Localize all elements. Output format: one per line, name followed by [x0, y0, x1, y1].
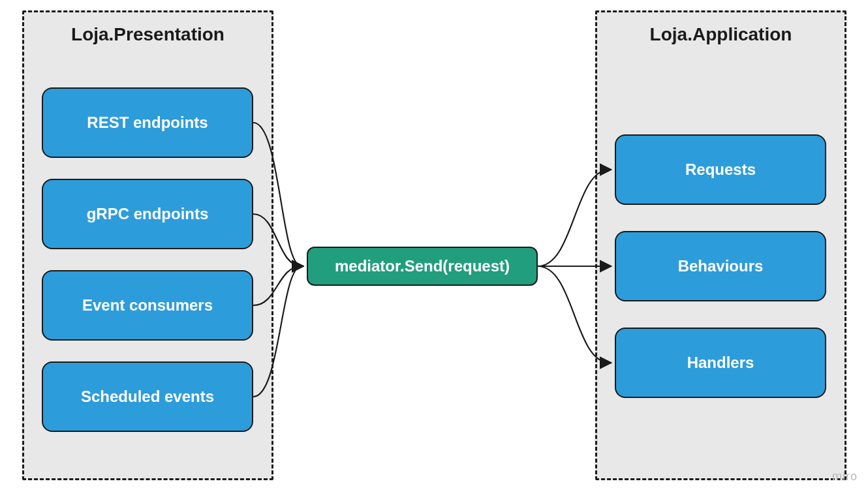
requests-box: Requests — [615, 134, 826, 205]
grpc-endpoints-label: gRPC endpoints — [87, 205, 209, 223]
grpc-endpoints-box: gRPC endpoints — [42, 179, 253, 249]
event-consumers-box: Event consumers — [42, 270, 253, 341]
rest-endpoints-box: REST endpoints — [42, 87, 253, 158]
mediator-send-box: mediator.Send(request) — [307, 247, 538, 286]
handlers-box: Handlers — [615, 328, 826, 398]
mediator-send-label: mediator.Send(request) — [335, 257, 510, 275]
behaviours-box: Behaviours — [615, 231, 826, 301]
scheduled-events-box: Scheduled events — [42, 361, 253, 432]
handlers-label: Handlers — [687, 354, 754, 372]
requests-label: Requests — [685, 161, 756, 179]
miro-watermark: miro — [832, 470, 858, 483]
scheduled-events-label: Scheduled events — [81, 388, 214, 406]
behaviours-label: Behaviours — [678, 257, 764, 275]
rest-endpoints-label: REST endpoints — [87, 114, 208, 132]
application-title: Loja.Application — [597, 24, 845, 45]
presentation-title: Loja.Presentation — [24, 24, 271, 45]
event-consumers-label: Event consumers — [82, 296, 213, 314]
